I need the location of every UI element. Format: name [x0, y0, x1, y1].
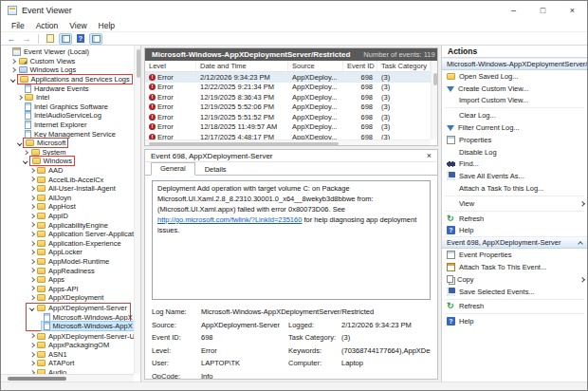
action-refresh[interactable]: Refresh — [442, 213, 587, 225]
column-header-source[interactable]: Source — [288, 61, 343, 71]
back-button[interactable]: ← — [5, 33, 18, 45]
action-disable-log[interactable]: Disable Log — [442, 146, 587, 158]
action-attach-a-task-to-this-log[interactable]: Attach a Task To this Log... — [442, 182, 587, 195]
menu-view[interactable]: View — [64, 21, 92, 30]
chevron-right-icon[interactable] — [29, 186, 34, 191]
action-create-custom-view[interactable]: Create Custom View... — [442, 83, 587, 95]
action-filter-current-log[interactable]: Filter Current Log... — [442, 121, 587, 134]
menu-action[interactable]: Action — [30, 21, 64, 30]
properties-button[interactable] — [44, 33, 57, 45]
expand-toggle[interactable] — [10, 78, 17, 82]
tree-item-apps[interactable]: Apps — [1, 275, 134, 285]
tree-item-accellib-accelcx[interactable]: AccelLib-AccelCx — [1, 175, 134, 184]
menu-file[interactable]: File — [6, 21, 30, 30]
expand-toggle[interactable] — [16, 96, 23, 100]
tree-item-event-viewer-local[interactable]: Event Viewer (Local) — [1, 47, 134, 57]
tab-details[interactable]: Details — [195, 163, 236, 176]
chevron-right-icon[interactable] — [29, 352, 34, 357]
action-import-custom-view[interactable]: Import Custom View... — [442, 95, 587, 107]
action-refresh[interactable]: Refresh — [442, 301, 587, 313]
tree-item-apps-api[interactable]: Apps-API — [1, 284, 134, 293]
expand-toggle[interactable] — [28, 278, 35, 282]
event-row[interactable]: Error12/18/2025 11:49:57 AMAppXDeploy...… — [145, 122, 431, 133]
tree-item-applicabilityengine[interactable]: ApplicabilityEngine — [1, 220, 134, 230]
chevron-right-icon[interactable] — [29, 177, 34, 182]
tree-item-custom-views[interactable]: Custom Views — [1, 57, 134, 66]
expand-toggle[interactable] — [28, 334, 35, 338]
chevron-right-icon[interactable] — [29, 277, 34, 282]
scrollbar-thumb[interactable] — [8, 377, 66, 381]
chevron-right-icon[interactable] — [11, 59, 16, 64]
action-find[interactable]: Find... — [442, 158, 587, 171]
action-section-header-1[interactable]: Microsoft-Windows-AppXDeploymentServer/.… — [442, 58, 587, 70]
chevron-right-icon[interactable] — [11, 68, 16, 73]
expand-toggle[interactable] — [28, 233, 35, 236]
expand-toggle[interactable] — [28, 205, 35, 209]
minimize-button[interactable]: – — [499, 1, 528, 20]
expand-toggle[interactable] — [28, 196, 35, 200]
tree-item-appxdeployment-server[interactable]: AppXDeployment-Server — [27, 304, 130, 313]
chevron-right-icon[interactable] — [29, 168, 34, 173]
expand-toggle[interactable] — [10, 68, 17, 72]
tree-item-microsoft[interactable]: Microsoft — [1, 139, 134, 148]
expand-toggle[interactable] — [28, 362, 35, 365]
action-attach-task-to-this-event[interactable]: Attach Task To This Event... — [442, 261, 587, 273]
action-help[interactable]: Help — [442, 315, 587, 327]
column-header-event-id[interactable]: Event ID — [343, 61, 377, 71]
tree-item-all-user-install-agent[interactable]: All-User-Install-Agent — [1, 184, 134, 194]
chevron-down-icon[interactable] — [17, 140, 22, 145]
action-clear-log[interactable]: Clear Log... — [442, 109, 587, 121]
chevron-right-icon[interactable] — [29, 223, 34, 228]
console-tree-toggle[interactable] — [59, 33, 72, 45]
tree-item-applications-and-services-logs[interactable]: Applications and Services Logs — [1, 75, 134, 84]
expand-toggle[interactable] — [28, 307, 35, 310]
expand-toggle[interactable] — [28, 177, 35, 181]
tree-horizontal-scrollbar[interactable] — [1, 374, 134, 382]
tree-vertical-scrollbar[interactable] — [134, 46, 140, 374]
chevron-right-icon[interactable] — [29, 196, 34, 200]
chevron-right-icon[interactable] — [17, 95, 22, 100]
tree-item-appmodel-runtime[interactable]: AppModel-Runtime — [1, 257, 134, 267]
tree-item-alljoyn[interactable]: AllJoyn — [1, 194, 134, 203]
tree-item-appid[interactable]: AppID — [1, 212, 134, 221]
fwlink-link[interactable]: http://go.microsoft.com/fwlink/?LinkId=2… — [157, 215, 302, 224]
action-save-selected-events[interactable]: Save Selected Events... — [442, 286, 587, 298]
chevron-right-icon[interactable] — [29, 241, 34, 246]
expand-toggle[interactable] — [28, 169, 35, 173]
tree-item-intel-graphics-software[interactable]: Intel Graphics Software — [1, 102, 134, 112]
tree-item-application-experience[interactable]: Application-Experience — [1, 238, 134, 248]
tree-item-appxpackagingom[interactable]: AppxPackagingOM — [1, 341, 134, 350]
chevron-right-icon[interactable] — [29, 343, 34, 347]
action-copy[interactable]: Copy — [442, 273, 587, 286]
event-row[interactable]: Error12/19/2025 8:36:43 PMAppXDeploy...6… — [145, 92, 431, 102]
list-horizontal-scrollbar[interactable] — [145, 140, 431, 145]
event-row[interactable]: Error2/12/2026 9:34:23 PMAppXDeploy...69… — [145, 72, 431, 83]
expand-toggle[interactable] — [28, 187, 35, 191]
expand-toggle[interactable] — [10, 60, 17, 64]
tree-item-appxdeployment[interactable]: AppXDeployment — [1, 293, 134, 303]
column-header-level[interactable]: Level — [145, 61, 196, 71]
chevron-down-icon[interactable] — [24, 158, 28, 163]
tree-item-intelaudioservicelog[interactable]: IntelAudioServiceLog — [1, 111, 134, 121]
tree-item-hardware-events[interactable]: Hardware Events — [1, 84, 134, 93]
chevron-right-icon[interactable] — [29, 250, 34, 254]
tree-item-asn1[interactable]: ASN1 — [1, 350, 134, 360]
chevron-right-icon[interactable] — [29, 204, 34, 209]
expand-toggle[interactable] — [28, 344, 35, 347]
chevron-right-icon[interactable] — [29, 295, 34, 300]
tree-item-aad[interactable]: AAD — [1, 166, 134, 176]
action-section-header-2[interactable]: Event 698, AppXDeployment-Server — [442, 236, 587, 249]
tree-item-microsoft-windows-appx[interactable]: Microsoft-Windows-AppX — [27, 322, 130, 331]
tree-item-appxdeployment-server-und[interactable]: AppXDeployment-Server-Und — [1, 331, 134, 341]
menu-help[interactable]: Help — [93, 21, 120, 30]
chevron-right-icon[interactable] — [24, 150, 28, 155]
event-row[interactable]: Error12/19/2025 5:52:06 PMAppXDeploy...6… — [145, 102, 431, 113]
tree-item-microsoft-windows-appx[interactable]: Microsoft-Windows-AppX — [27, 312, 130, 322]
chevron-right-icon[interactable] — [29, 269, 34, 273]
expand-toggle[interactable] — [28, 353, 35, 357]
chevron-right-icon[interactable] — [29, 259, 34, 264]
expand-toggle[interactable] — [28, 260, 35, 264]
chevron-down-icon[interactable] — [29, 306, 34, 310]
action-view[interactable]: View — [442, 197, 587, 210]
tree-item-internet-explorer[interactable]: Internet Explorer — [1, 121, 134, 130]
